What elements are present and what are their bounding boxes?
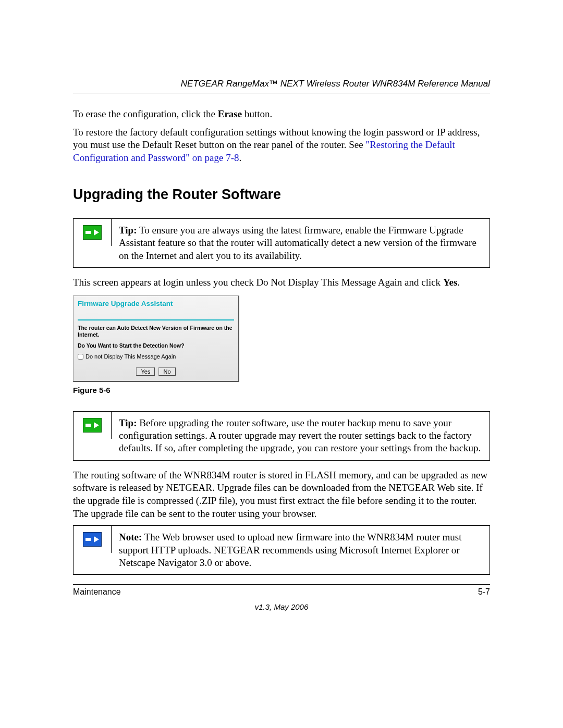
text: . xyxy=(457,277,460,288)
figure-label: Figure 5-6 xyxy=(73,385,490,396)
text: . xyxy=(239,152,242,163)
footer-section: Maintenance xyxy=(73,587,121,598)
do-not-display-checkbox[interactable] xyxy=(78,354,83,360)
tip-label: Tip: xyxy=(119,225,137,236)
footer-version: v1.3, May 2006 xyxy=(73,602,490,612)
bold-erase: Erase xyxy=(218,108,242,119)
paragraph-flash: The routing software of the WNR834M rout… xyxy=(73,469,490,521)
note-callout: Note: The Web browser used to upload new… xyxy=(73,525,490,575)
tip-icon-cell xyxy=(74,412,112,439)
dialog-text-2: Do You Want to Start the Detection Now? xyxy=(78,342,234,350)
paragraph-screen-appears: This screen appears at login unless you … xyxy=(73,276,490,289)
page-footer: Maintenance 5-7 xyxy=(73,584,490,598)
paragraph-erase: To erase the configuration, click the Er… xyxy=(73,108,490,121)
tip-icon-cell xyxy=(74,219,112,246)
note-text: Note: The Web browser used to upload new… xyxy=(112,526,489,574)
tip-body: Before upgrading the router software, us… xyxy=(119,417,481,454)
text: This screen appears at login unless you … xyxy=(73,277,443,288)
tip-arrow-icon xyxy=(83,418,102,433)
do-not-display-checkbox-row[interactable]: Do not Display This Message Again xyxy=(78,353,234,360)
firmware-upgrade-assistant-dialog: Firmware Upgrade Assistant The router ca… xyxy=(73,295,239,382)
checkbox-label: Do not Display This Message Again xyxy=(85,353,176,360)
tip-callout-2: Tip: Before upgrading the router softwar… xyxy=(73,411,490,461)
note-arrow-icon xyxy=(83,532,102,547)
paragraph-restore: To restore the factory default configura… xyxy=(73,126,490,165)
tip-text: Tip: Before upgrading the router softwar… xyxy=(112,412,489,460)
note-label: Note: xyxy=(119,532,142,542)
yes-button[interactable]: Yes xyxy=(136,367,155,376)
footer-page-number: 5-7 xyxy=(478,587,490,598)
tip-arrow-icon xyxy=(83,225,102,240)
text: button. xyxy=(242,108,272,119)
tip-callout-1: Tip: To ensure you are always using the … xyxy=(73,218,490,268)
dialog-text-1: The router can Auto Detect New Version o… xyxy=(78,325,234,338)
section-heading: Upgrading the Router Software xyxy=(73,186,490,204)
text: To erase the configuration, click the xyxy=(73,108,218,119)
note-body: The Web browser used to upload new firmw… xyxy=(119,532,462,568)
tip-body: To ensure you are always using the lates… xyxy=(119,225,476,261)
no-button[interactable]: No xyxy=(158,367,175,376)
tip-text: Tip: To ensure you are always using the … xyxy=(112,219,489,267)
tip-label: Tip: xyxy=(119,417,137,428)
note-icon-cell xyxy=(74,526,112,553)
dialog-title: Firmware Upgrade Assistant xyxy=(78,299,234,321)
running-header: NETGEAR RangeMax™ NEXT Wireless Router W… xyxy=(73,78,490,93)
manual-page: NETGEAR RangeMax™ NEXT Wireless Router W… xyxy=(0,0,563,644)
bold-yes: Yes xyxy=(443,277,457,288)
